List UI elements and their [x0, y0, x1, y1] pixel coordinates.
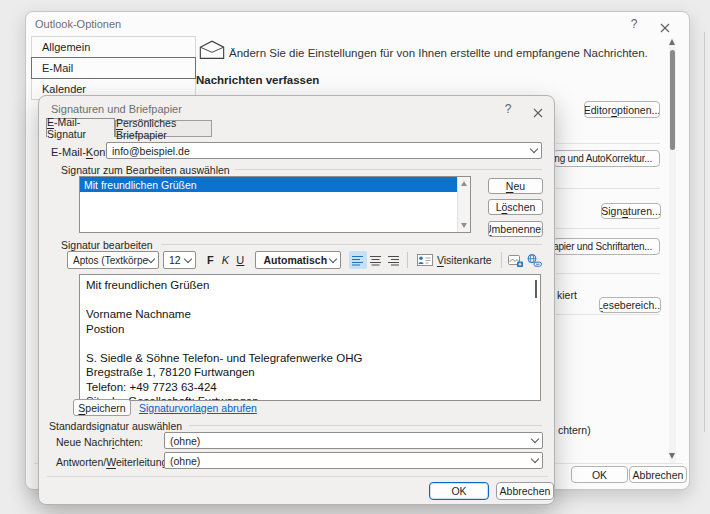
- scroll-down-icon[interactable]: [669, 453, 675, 459]
- align-left-button[interactable]: [349, 251, 367, 269]
- help-icon[interactable]: ?: [626, 17, 642, 31]
- scroll-up-icon[interactable]: [669, 39, 675, 45]
- tab-email-signature[interactable]: E-Mail-Signatur: [46, 118, 115, 137]
- envelope-icon: [198, 39, 228, 63]
- align-right-icon: [387, 255, 400, 266]
- business-card-icon: [417, 254, 433, 266]
- editor-options-button[interactable]: Editoroptionen...: [584, 101, 660, 118]
- align-center-icon: [369, 255, 382, 266]
- new-messages-combobox[interactable]: (ohne): [164, 432, 543, 449]
- align-center-button[interactable]: [367, 251, 385, 269]
- divider: [556, 228, 660, 229]
- save-button[interactable]: Speichern: [73, 399, 131, 416]
- chevron-down-icon: [184, 254, 192, 262]
- divider: [47, 476, 548, 477]
- signature-listbox[interactable]: Mit freundlichen Grüßen: [79, 176, 471, 233]
- font-size-value: 12: [169, 254, 185, 266]
- email-account-combobox[interactable]: info@beispiel.de: [106, 142, 542, 159]
- background-text-fragment: kiert: [557, 289, 577, 301]
- signatures-dialog: Signaturen und Briefpapier ? E-Mail-Sign…: [38, 95, 555, 505]
- group-line: [189, 425, 542, 426]
- sidebar-item-label: Kalender: [42, 83, 86, 95]
- new-messages-value: (ohne): [170, 435, 532, 447]
- align-left-icon: [351, 255, 364, 266]
- hyperlink-globe-icon: [526, 254, 542, 267]
- stationery-fonts-button[interactable]: fpapier und Schriftarten...: [553, 238, 660, 255]
- divider: [556, 188, 660, 189]
- italic-button[interactable]: K: [218, 251, 233, 269]
- tab-label: Persönliches Briefpapier: [116, 117, 211, 141]
- scrollbar-thumb[interactable]: [670, 50, 675, 150]
- font-color-value: Automatisch: [261, 254, 330, 266]
- divider: [556, 143, 660, 144]
- select-signature-group-label: Signatur zum Bearbeiten auswählen: [61, 164, 230, 176]
- ok-button[interactable]: OK: [571, 466, 628, 483]
- chevron-down-icon: [147, 254, 155, 262]
- background-text-fragment: chtern): [558, 424, 591, 436]
- font-family-combobox[interactable]: Aptos (Textkörper): [67, 251, 159, 269]
- scroll-up-icon[interactable]: [461, 181, 467, 186]
- cancel-button[interactable]: Abbrechen: [629, 466, 687, 483]
- divider: [556, 314, 660, 315]
- tab-label: E-Mail-Signatur: [47, 116, 114, 140]
- bold-button[interactable]: F: [203, 251, 218, 269]
- help-icon[interactable]: ?: [502, 102, 514, 116]
- email-settings-intro: Ändern Sie die Einstellungen für von Ihn…: [229, 47, 648, 59]
- insert-picture-button[interactable]: [507, 251, 525, 269]
- screen: Outlook-Optionen ? Allgemein E-Mail Kale…: [0, 0, 710, 514]
- cancel-button[interactable]: Abbrechen: [496, 482, 554, 500]
- background-window-edge: [704, 32, 705, 432]
- toolbar-separator: [501, 252, 502, 268]
- font-color-combobox[interactable]: Automatisch: [255, 251, 341, 269]
- ok-button[interactable]: OK: [429, 482, 489, 500]
- signature-templates-link[interactable]: Signaturvorlagen abrufen: [139, 402, 257, 414]
- toolbar-separator: [407, 252, 408, 268]
- sidebar-item-label: E-Mail: [42, 62, 73, 74]
- business-card-button[interactable]: Visitenkarte: [413, 251, 496, 269]
- close-icon[interactable]: [660, 19, 674, 31]
- list-scrollbar[interactable]: [457, 177, 470, 232]
- rename-signature-button[interactable]: Umbenennen: [488, 221, 543, 237]
- default-signature-group-label: Standardsignatur auswählen: [49, 420, 182, 432]
- editor-scrollbar-thumb[interactable]: [535, 280, 537, 298]
- replies-forwards-value: (ohne): [170, 455, 532, 467]
- sidebar-item-label: Allgemein: [42, 41, 90, 53]
- align-right-button[interactable]: [384, 251, 402, 269]
- font-family-value: Aptos (Textkörper): [73, 255, 148, 266]
- business-card-label: Visitenkarte: [437, 254, 492, 266]
- divider: [556, 273, 660, 274]
- reading-pane-button[interactable]: Lesebereich...: [599, 297, 661, 313]
- chevron-down-icon: [530, 145, 538, 153]
- sidebar-item-allgemein[interactable]: Allgemein: [31, 36, 196, 58]
- outer-dialog-title: Outlook-Optionen: [35, 18, 121, 30]
- chevron-down-icon: [531, 435, 539, 443]
- close-icon[interactable]: [533, 104, 547, 116]
- chevron-down-icon: [329, 254, 337, 262]
- sidebar-item-email[interactable]: E-Mail: [31, 57, 196, 79]
- signature-name: Mit freundlichen Grüßen: [84, 179, 197, 191]
- underline-button[interactable]: U: [233, 251, 248, 269]
- spelling-autocorrect-button[interactable]: ung und AutoKorrektur...: [553, 150, 660, 167]
- signature-list-item-selected[interactable]: Mit freundlichen Grüßen: [80, 177, 457, 192]
- scroll-down-icon[interactable]: [461, 223, 467, 228]
- new-messages-label: Neue Nachrichten:: [56, 436, 143, 448]
- insert-hyperlink-button[interactable]: [524, 251, 543, 269]
- delete-signature-button[interactable]: Löschen: [488, 199, 543, 215]
- chevron-down-icon: [531, 455, 539, 463]
- signatures-button[interactable]: Signaturen...: [601, 203, 661, 219]
- signature-editor[interactable]: Mit freundlichen Grüßen Vorname Nachname…: [79, 274, 541, 401]
- insert-picture-icon: [508, 254, 523, 267]
- group-line: [161, 244, 542, 245]
- email-account-value: info@beispiel.de: [112, 145, 531, 157]
- font-size-combobox[interactable]: 12: [163, 251, 196, 269]
- signature-text: Mit freundlichen Grüßen Vorname Nachname…: [80, 275, 540, 401]
- new-signature-button[interactable]: Neu: [488, 178, 543, 194]
- group-line: [235, 169, 542, 170]
- dialog-title: Signaturen und Briefpapier: [51, 103, 182, 115]
- tab-personal-stationery[interactable]: Persönliches Briefpapier: [115, 120, 212, 137]
- section-heading: Nachrichten verfassen: [196, 74, 319, 86]
- replies-forwards-combobox[interactable]: (ohne): [164, 452, 543, 469]
